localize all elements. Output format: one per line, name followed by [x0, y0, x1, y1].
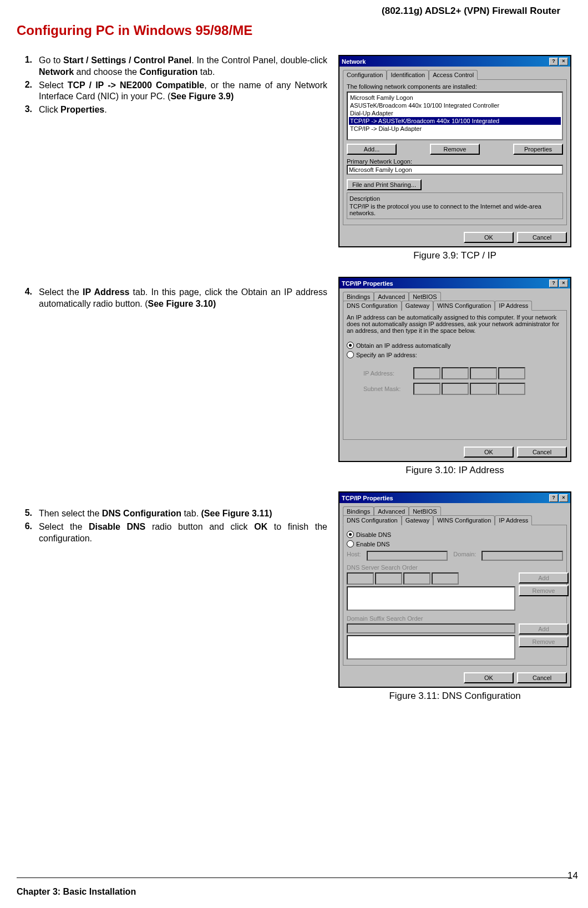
tab-advanced[interactable]: Advanced — [374, 506, 409, 516]
label-dns-search: DNS Server Search Order — [347, 564, 563, 571]
step-number: 3. — [17, 104, 32, 116]
label-description: Description — [349, 195, 560, 202]
remove-button: Remove — [519, 585, 569, 596]
file-print-sharing-button[interactable]: File and Print Sharing... — [347, 179, 422, 190]
figure-caption: Figure 3.11: DNS Configuration — [338, 691, 571, 702]
radio-icon — [347, 531, 354, 538]
step-number: 6. — [17, 521, 32, 545]
window-controls[interactable]: ?× — [548, 279, 568, 287]
tab-gateway[interactable]: Gateway — [402, 301, 433, 311]
tab-netbios[interactable]: NetBIOS — [409, 506, 440, 516]
dialog-tcpip-dns: TCP/IP Properties ?× Bindings Advanced N… — [338, 491, 571, 688]
label-domain: Domain: — [453, 551, 476, 561]
figure-caption: Figure 3.10: IP Address — [338, 465, 571, 476]
tab-wins-configuration[interactable]: WINS Configuration — [433, 301, 495, 311]
radio-icon — [347, 540, 354, 547]
step-number: 4. — [17, 287, 32, 310]
radio-icon — [347, 342, 354, 349]
section-title: Configuring PC in Windows 95/98/ME — [17, 23, 571, 38]
tab-gateway[interactable]: Gateway — [402, 515, 433, 525]
tab-configuration[interactable]: Configuration — [343, 70, 387, 80]
radio-disable-dns[interactable]: Disable DNS — [347, 531, 563, 538]
tab-wins-configuration[interactable]: WINS Configuration — [433, 515, 495, 525]
dialog-tcpip-ipaddress: TCP/IP Properties ?× Bindings Advanced N… — [338, 277, 571, 462]
add-button[interactable]: Add... — [347, 144, 397, 155]
ip-address-input — [413, 367, 525, 379]
step-text: Select the IP Address tab. In this page,… — [39, 287, 327, 310]
close-icon: × — [559, 58, 568, 65]
help-icon: ? — [549, 280, 558, 287]
add-button: Add — [519, 572, 569, 584]
figure-caption: Figure 3.9: TCP / IP — [338, 250, 571, 261]
tab-ip-address[interactable]: IP Address — [495, 301, 532, 311]
tab-netbios[interactable]: NetBIOS — [409, 292, 440, 301]
close-icon: × — [559, 280, 568, 287]
list-item[interactable]: TCP/IP -> Dial-Up Adapter — [349, 125, 561, 133]
tab-identification[interactable]: Identification — [387, 70, 429, 80]
radio-specify-ip[interactable]: Specify an IP address: — [347, 351, 563, 358]
list-item[interactable]: Dial-Up Adapter — [349, 109, 561, 117]
label-primary-logon: Primary Network Logon: — [347, 158, 563, 165]
primary-logon-select[interactable]: Microsoft Family Logon — [347, 165, 563, 175]
add-button: Add — [519, 623, 569, 635]
radio-obtain-auto[interactable]: Obtain an IP address automatically — [347, 342, 563, 349]
list-item-selected[interactable]: TCP/IP -> ASUSTeK/Broadcom 440x 10/100 I… — [349, 117, 561, 125]
label-subnet-mask: Subnet Mask: — [363, 385, 408, 392]
close-icon: × — [559, 494, 568, 502]
tab-dns-configuration[interactable]: DNS Configuration — [343, 301, 402, 311]
step-text: Go to Start / Settings / Control Panel. … — [39, 55, 327, 78]
remove-button[interactable]: Remove — [430, 144, 480, 155]
suffix-search-list — [347, 635, 515, 660]
tab-bindings[interactable]: Bindings — [343, 506, 374, 516]
dialog-title: Network — [342, 58, 366, 65]
dialog-title: TCP/IP Properties — [342, 280, 393, 287]
cancel-button[interactable]: Cancel — [517, 447, 567, 458]
step-text: Click Properties. — [39, 104, 327, 116]
window-controls[interactable]: ?× — [548, 57, 568, 65]
dns-entry-input — [347, 572, 515, 585]
document-header: (802.11g) ADSL2+ (VPN) Firewall Router — [17, 6, 571, 19]
ok-button[interactable]: OK — [464, 672, 514, 683]
dialog-network: Network ?× Configuration Identification … — [338, 55, 571, 247]
domain-input — [481, 551, 563, 561]
page-number: 14 — [567, 870, 578, 881]
step-text: Select TCP / IP -> NE2000 Compatible, or… — [39, 80, 327, 103]
properties-button[interactable]: Properties — [513, 144, 563, 155]
tab-advanced[interactable]: Advanced — [374, 292, 409, 301]
ok-button[interactable]: OK — [464, 447, 514, 458]
cancel-button[interactable]: Cancel — [517, 672, 567, 683]
window-controls[interactable]: ?× — [548, 494, 568, 502]
step-text: Then select the DNS Configuration tab. (… — [39, 508, 327, 520]
step-number: 1. — [17, 55, 32, 78]
label-host: Host: — [347, 551, 361, 561]
components-list[interactable]: Microsoft Family Logon ASUSTeK/Broadcom … — [347, 92, 563, 140]
list-item[interactable]: ASUSTeK/Broadcom 440x 10/100 Integrated … — [349, 102, 561, 109]
radio-enable-dns[interactable]: Enable DNS — [347, 540, 563, 547]
footer-rule — [17, 877, 571, 878]
label-components: The following network components are ins… — [347, 83, 563, 90]
step-number: 5. — [17, 508, 32, 520]
remove-button: Remove — [519, 636, 569, 647]
tab-access-control[interactable]: Access Control — [429, 70, 478, 80]
list-item[interactable]: Microsoft Family Logon — [349, 94, 561, 102]
tab-ip-address[interactable]: IP Address — [495, 515, 532, 525]
radio-icon — [347, 351, 354, 358]
description-text: TCP/IP is the protocol you use to connec… — [349, 203, 560, 216]
label-suffix-search: Domain Suffix Search Order — [347, 615, 563, 622]
intro-text: An IP address can be automatically assig… — [347, 314, 563, 334]
cancel-button[interactable]: Cancel — [517, 232, 567, 243]
label-ip-address: IP Address: — [363, 370, 408, 377]
help-icon: ? — [549, 58, 558, 65]
dialog-title: TCP/IP Properties — [342, 495, 393, 501]
dns-search-list — [347, 586, 515, 611]
step-number: 2. — [17, 80, 32, 103]
tab-bindings[interactable]: Bindings — [343, 292, 374, 301]
ok-button[interactable]: OK — [464, 232, 514, 243]
step-text: Select the Disable DNS radio button and … — [39, 521, 327, 545]
tab-dns-configuration[interactable]: DNS Configuration — [343, 515, 402, 525]
footer-chapter: Chapter 3: Basic Installation — [17, 887, 136, 897]
host-input — [367, 551, 448, 561]
suffix-entry-input — [347, 623, 515, 633]
help-icon: ? — [549, 494, 558, 502]
subnet-mask-input — [413, 383, 525, 395]
